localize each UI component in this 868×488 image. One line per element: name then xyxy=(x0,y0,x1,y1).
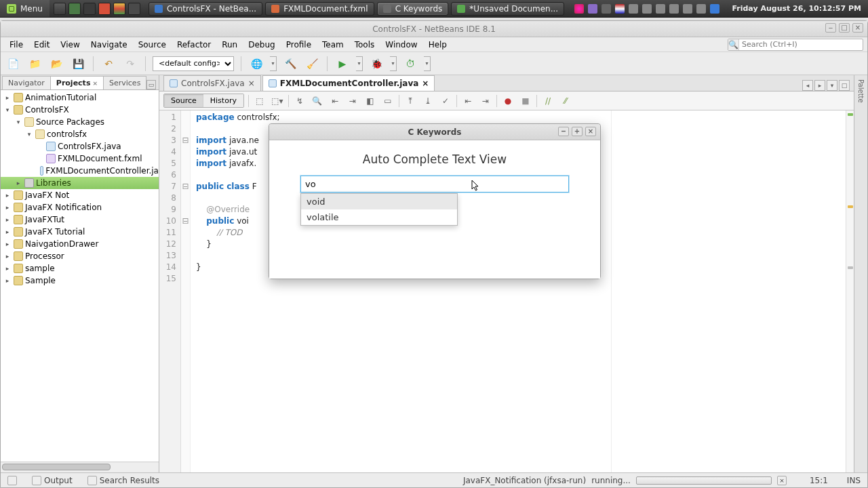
output-button[interactable]: Output xyxy=(29,474,75,487)
clean-button[interactable]: 🧹 xyxy=(304,56,320,72)
autocomplete-input[interactable] xyxy=(300,176,569,192)
menu-team[interactable]: Team xyxy=(317,39,349,51)
new-project-button[interactable]: 📁 xyxy=(26,56,43,72)
tree-node[interactable]: ▸AnimationTutorial xyxy=(1,92,159,104)
find-prev-button[interactable]: ⇤ xyxy=(328,94,342,108)
new-file-button[interactable]: 📄 xyxy=(5,56,21,72)
stripe-mark-warning[interactable] xyxy=(848,205,853,208)
ide-titlebar[interactable]: ControlsFX - NetBeans IDE 8.1 ‒ □ × xyxy=(1,21,867,37)
autocomplete-popup[interactable]: voidvolatile xyxy=(300,193,458,226)
tray-battery-icon[interactable] xyxy=(696,4,706,14)
tree-twisty-icon[interactable]: ▸ xyxy=(3,216,12,224)
history-tab[interactable]: History xyxy=(203,94,243,107)
tree-node[interactable]: ▸Processor xyxy=(1,250,159,262)
tree-twisty-icon[interactable]: ▾ xyxy=(3,106,12,114)
tree-twisty-icon[interactable] xyxy=(36,155,44,163)
tree-twisty-icon[interactable]: ▸ xyxy=(3,228,12,236)
left-tab-projects[interactable]: Projects× xyxy=(50,76,104,89)
tray-shield-icon[interactable] xyxy=(601,4,611,14)
taskbar-task[interactable]: C Keywords xyxy=(377,2,449,16)
search-results-button[interactable]: Search Results xyxy=(85,474,162,487)
global-search[interactable]: 🔍 xyxy=(728,39,863,51)
menu-file[interactable]: File xyxy=(5,39,28,51)
taskbar-task[interactable]: ControlsFX - NetBea... xyxy=(149,2,262,16)
app-maximize-button[interactable]: + xyxy=(572,127,583,136)
tree-twisty-icon[interactable]: ▸ xyxy=(3,277,12,285)
editor-tab[interactable]: ControlsFX.java× xyxy=(163,75,261,91)
macro-rec-button[interactable]: ● xyxy=(501,94,515,108)
tree-node[interactable]: ▸Sample xyxy=(1,274,159,287)
minimize-button[interactable]: ‒ xyxy=(825,23,836,33)
undo-button[interactable]: ↶ xyxy=(100,56,117,72)
menu-profile[interactable]: Profile xyxy=(281,39,316,51)
nav-back-button[interactable]: ⬚ xyxy=(253,94,267,108)
build-button[interactable]: 🌐 xyxy=(248,56,264,72)
fold-handle[interactable]: ⊟ xyxy=(181,216,190,227)
tray-network-icon[interactable] xyxy=(669,4,679,14)
error-stripe[interactable] xyxy=(846,110,854,472)
chrome-icon[interactable] xyxy=(113,3,125,15)
tray-workspace-icon[interactable] xyxy=(683,4,692,14)
autocomplete-item[interactable]: volatile xyxy=(301,209,457,225)
menu-tools[interactable]: Tools xyxy=(350,39,380,51)
source-history-toggle[interactable]: Source History xyxy=(163,94,244,108)
show-desktop-icon[interactable] xyxy=(54,3,66,15)
tab-max-button[interactable]: □ xyxy=(839,80,850,91)
app-minimize-button[interactable]: ‒ xyxy=(558,127,569,136)
find-sel-button[interactable]: 🔍 xyxy=(311,94,324,108)
menu-navigate[interactable]: Navigate xyxy=(86,39,132,51)
tray-keyboard-icon[interactable] xyxy=(615,4,625,14)
running-task[interactable]: JavaFX_Notification (jfxsa-run) running.… xyxy=(463,476,787,485)
clock[interactable]: Friday August 26, 10:12:57 PM xyxy=(725,4,868,13)
tree-node[interactable]: ▸JavaFXTut xyxy=(1,214,159,226)
menu-edit[interactable]: Edit xyxy=(29,39,54,51)
palette-label[interactable]: Palette xyxy=(857,75,865,103)
tree-node[interactable]: ▾controlsfx xyxy=(1,128,159,140)
autocomplete-item[interactable]: void xyxy=(301,194,457,209)
editor-tab[interactable]: FXMLDocumentController.java× xyxy=(262,75,435,91)
profile-dropdown[interactable]: ▾ xyxy=(424,56,431,71)
tray-volume-icon[interactable] xyxy=(656,4,665,14)
tree-node[interactable]: ▸JavaFX Not xyxy=(1,189,159,201)
tree-node[interactable]: ▾ControlsFX xyxy=(1,104,159,116)
tree-node[interactable]: FXMLDocumentController.ja xyxy=(1,165,159,177)
next-bm-button[interactable]: ⤓ xyxy=(421,94,435,108)
toggle-hl-button[interactable]: ◧ xyxy=(363,94,377,108)
close-tab-icon[interactable]: × xyxy=(422,79,429,88)
app-close-button[interactable]: × xyxy=(585,127,596,136)
config-combo[interactable]: <default config> xyxy=(153,56,234,71)
shift-left-button[interactable]: ⇤ xyxy=(461,94,475,108)
shift-right-button[interactable]: ⇥ xyxy=(479,94,492,108)
tree-twisty-icon[interactable]: ▸ xyxy=(3,252,12,260)
terminal-icon[interactable] xyxy=(83,3,96,15)
tree-twisty-icon[interactable]: ▾ xyxy=(14,118,22,126)
nav-fwd-button[interactable]: ⬚▾ xyxy=(271,94,284,108)
menu-help[interactable]: Help xyxy=(424,39,452,51)
menu-source[interactable]: Source xyxy=(134,39,171,51)
profile-button[interactable]: ⏱ xyxy=(402,56,418,72)
tray-updates-icon[interactable] xyxy=(642,4,652,14)
tree-twisty-icon[interactable]: ▸ xyxy=(3,191,12,199)
tree-twisty-icon[interactable]: ▸ xyxy=(3,94,12,102)
prev-bm-button[interactable]: ⤒ xyxy=(403,94,417,108)
last-edit-button[interactable]: ↯ xyxy=(293,94,307,108)
os-menu-button[interactable]: Menu xyxy=(0,0,50,17)
menu-debug[interactable]: Debug xyxy=(243,39,279,51)
firefox-icon[interactable] xyxy=(98,3,111,15)
palette-sidebar[interactable]: Palette xyxy=(854,75,867,472)
app-titlebar[interactable]: C Keywords ‒ + × xyxy=(269,124,600,140)
comment-button[interactable]: // xyxy=(541,94,555,108)
redo-button[interactable]: ↷ xyxy=(122,56,138,72)
file-manager-icon[interactable] xyxy=(68,3,81,15)
tree-twisty-icon[interactable] xyxy=(36,167,38,175)
stop-task-button[interactable]: × xyxy=(777,476,787,485)
run-dropdown[interactable]: ▾ xyxy=(356,56,363,71)
tree-node[interactable]: ▸NaivgationDrawer xyxy=(1,238,159,250)
tree-node[interactable]: ▸Libraries xyxy=(1,177,159,189)
tab-next-button[interactable]: ▸ xyxy=(814,80,825,91)
source-tab[interactable]: Source xyxy=(164,94,203,107)
maximize-button[interactable]: □ xyxy=(839,23,850,33)
left-panel-minimize[interactable]: ▭ xyxy=(146,80,156,89)
code-line[interactable]: package controlsfx; xyxy=(196,112,842,123)
tray-user-icon[interactable] xyxy=(588,4,597,14)
